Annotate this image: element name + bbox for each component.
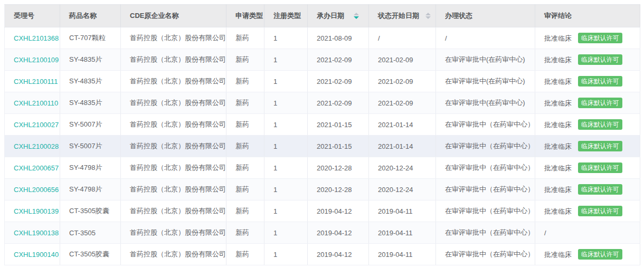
column-header-status-start-date[interactable]: 状态开始日期 (369, 5, 436, 27)
acceptance-no-link[interactable]: CXHL1900138 (14, 229, 59, 237)
column-label: 承办日期 (317, 11, 344, 21)
acceptance-no-cell: CXHL2100111 (5, 71, 60, 92)
review-badge: 临床默认许可 (578, 33, 622, 43)
registration-type-cell: 1 (264, 179, 308, 200)
column-header-acceptance-no: 受理号 (5, 5, 60, 27)
status-start-date-cell: 2019-04-11 (369, 244, 436, 265)
accept-date-cell: 2021-01-15 (308, 114, 369, 136)
company-cell: 首药控股（北京）股份有限公司 (121, 136, 226, 157)
registration-type-cell: 1 (264, 27, 308, 49)
review-conclusion-cell: 批准临床 临床默认许可 (535, 157, 640, 179)
acceptance-no-link[interactable]: CXHL1900139 (14, 207, 59, 215)
review-conclusion-text: 批准临床 (544, 78, 572, 85)
review-badge: 临床默认许可 (578, 162, 622, 173)
table-row: CXHL2000657 SY-4798片 首药控股（北京）股份有限公司 新药 1… (5, 157, 640, 179)
review-conclusion-cell: 批准临床 临床默认许可 (535, 114, 640, 136)
company-cell: 首药控股（北京）股份有限公司 (121, 27, 226, 49)
accept-date-cell: 2021-08-09 (308, 27, 369, 49)
review-conclusion-text: 批准临床 (544, 164, 572, 172)
column-label: 状态开始日期 (378, 11, 419, 21)
acceptance-no-link[interactable]: CXHL2000656 (14, 186, 59, 194)
acceptance-no-link[interactable]: CXHL2100028 (14, 142, 59, 150)
sort-descending-icon[interactable] (354, 16, 359, 19)
accept-date-cell: 2020-12-28 (308, 179, 369, 200)
acceptance-no-link[interactable]: CXHL2101368 (14, 34, 59, 42)
sort-caret-status-start-date[interactable] (425, 13, 431, 19)
company-cell: 首药控股（北京）股份有限公司 (121, 244, 226, 265)
review-conclusion-cell: 批准临床 临床默认许可 (535, 49, 640, 71)
review-badge: 临床默认许可 (578, 76, 622, 87)
drug-name-cell: SY-4835片 (60, 92, 121, 114)
acceptance-no-link[interactable]: CXHL1900140 (14, 251, 59, 259)
table-row: CXHL2100109 SY-4835片 首药控股（北京）股份有限公司 新药 1… (5, 49, 640, 71)
acceptance-no-cell: CXHL2100028 (5, 136, 60, 157)
drug-name-cell: CT-3505 (60, 222, 121, 244)
accept-date-cell: 2019-04-12 (308, 222, 369, 244)
drug-name-cell: SY-4798片 (60, 179, 121, 200)
accept-date-cell: 2021-02-09 (308, 92, 369, 114)
review-badge: 临床默认许可 (578, 206, 622, 216)
drug-registration-table: 受理号 药品名称 CDE原企业名称 申请类型 注册类型 承办日期 (4, 4, 640, 265)
application-type-cell: 新药 (226, 27, 264, 49)
review-badge: 临床默认许可 (578, 141, 622, 151)
column-header-registration-type: 注册类型 (264, 5, 308, 27)
column-header-accept-date[interactable]: 承办日期 (308, 5, 369, 27)
company-cell: 首药控股（北京）股份有限公司 (121, 200, 226, 222)
application-type-cell: 新药 (226, 136, 264, 157)
accept-date-cell: 2019-04-12 (308, 200, 369, 222)
column-label: 办理状态 (445, 11, 472, 21)
review-conclusion-text: 批准临床 (544, 34, 572, 42)
registration-type-cell: 1 (264, 244, 308, 265)
table-row: CXHL2100110 SY-4835片 首药控股（北京）股份有限公司 新药 1… (5, 92, 640, 114)
registration-type-cell: 1 (264, 157, 308, 179)
status-start-date-cell: 2021-01-14 (369, 114, 436, 136)
column-label: 受理号 (14, 11, 34, 21)
sort-descending-icon[interactable] (425, 16, 431, 19)
table-row: CXHL1900140 CT-3505胶囊 首药控股（北京）股份有限公司 新药 … (5, 244, 640, 265)
review-badge: 临床默认许可 (578, 119, 622, 130)
registration-type-cell: 1 (264, 71, 308, 92)
review-conclusion-cell: 批准临床 临床默认许可 (535, 200, 640, 222)
sort-ascending-icon[interactable] (425, 13, 431, 15)
status-start-date-cell: 2021-02-09 (369, 49, 436, 71)
status-start-date-cell: 2021-02-09 (369, 71, 436, 92)
registration-type-cell: 1 (264, 136, 308, 157)
acceptance-no-link[interactable]: CXHL2100027 (14, 121, 59, 129)
acceptance-no-link[interactable]: CXHL2100110 (14, 99, 58, 107)
processing-status-cell: / (436, 27, 535, 49)
column-header-review-conclusion: 审评结论 (535, 5, 640, 27)
table-row: CXHL2100027 SY-5007片 首药控股（北京）股份有限公司 新药 1… (5, 114, 640, 136)
acceptance-no-cell: CXHL2000657 (5, 157, 60, 179)
registration-type-cell: 1 (264, 200, 308, 222)
application-type-cell: 新药 (226, 71, 264, 92)
table-row: CXHL1900138 CT-3505 首药控股（北京）股份有限公司 新药 1 … (5, 222, 640, 244)
application-type-cell: 新药 (226, 244, 264, 265)
status-start-date-cell: 2021-02-09 (369, 92, 436, 114)
review-conclusion-cell: 批准临床 临床默认许可 (535, 136, 640, 157)
acceptance-no-link[interactable]: CXHL2000657 (14, 164, 59, 172)
application-type-cell: 新药 (226, 179, 264, 200)
acceptance-no-link[interactable]: CXHL2100109 (14, 56, 59, 64)
accept-date-cell: 2020-12-28 (308, 157, 369, 179)
acceptance-no-cell: CXHL2100109 (5, 49, 60, 71)
review-badge: 临床默认许可 (578, 184, 622, 195)
column-header-drug-name: 药品名称 (60, 5, 121, 27)
review-conclusion-text: 批准临床 (544, 56, 572, 64)
review-badge: 临床默认许可 (578, 54, 622, 65)
sort-ascending-icon[interactable] (354, 13, 359, 15)
processing-status-cell: 在审评审批中（在药审中心） (436, 222, 535, 244)
review-badge: 临床默认许可 (578, 98, 622, 108)
drug-name-cell: SY-4798片 (60, 157, 121, 179)
processing-status-cell: 在审评审批中(在药审中心) (436, 71, 535, 92)
acceptance-no-link[interactable]: CXHL2100111 (14, 78, 58, 85)
sort-caret-accept-date[interactable] (354, 13, 359, 19)
company-cell: 首药控股（北京）股份有限公司 (121, 92, 226, 114)
application-type-cell: 新药 (226, 200, 264, 222)
column-label: 注册类型 (273, 11, 301, 21)
review-badge: 临床默认许可 (578, 249, 622, 260)
registration-type-cell: 1 (264, 222, 308, 244)
company-cell: 首药控股（北京）股份有限公司 (121, 222, 226, 244)
review-conclusion-text: 批准临床 (544, 142, 572, 150)
table-row: CXHL2100111 SY-4835片 首药控股（北京）股份有限公司 新药 1… (5, 71, 640, 92)
accept-date-cell: 2021-02-09 (308, 71, 369, 92)
